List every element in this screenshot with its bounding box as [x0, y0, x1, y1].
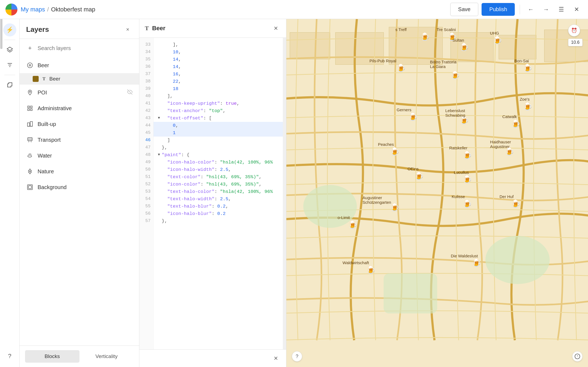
- map-area[interactable]: 🍺 s Treff 🍺 Tre Scalini 🍺 Sultan 🍺 UHG 🍺…: [286, 19, 588, 367]
- line-numbers: 33 34 35 36 37 38 39 40 41 42 43 44 45 4…: [139, 38, 154, 349]
- code-line-56: "icon-halo-blur": 0.2: [154, 210, 283, 217]
- line-num-37: 37: [139, 70, 153, 78]
- marker-haidhauser[interactable]: 🍺: [505, 147, 514, 156]
- svg-rect-13: [30, 122, 32, 126]
- layers-panel-title: Layers: [26, 25, 49, 34]
- builtup-layer-icon: [26, 120, 34, 128]
- marker-catwalk[interactable]: 🍺: [511, 119, 520, 128]
- marker-tre-scalini[interactable]: 🍺: [448, 32, 457, 41]
- code-line-37: 16,: [154, 70, 283, 78]
- line-num-52: 52: [139, 181, 153, 188]
- forward-button[interactable]: →: [540, 4, 552, 16]
- label-o-limit: o-Limit: [338, 215, 350, 220]
- svg-rect-8: [28, 106, 29, 108]
- menu-button[interactable]: ☰: [555, 4, 567, 16]
- layer-item-beer[interactable]: Beer: [20, 57, 139, 73]
- layer-item-poi[interactable]: POI: [20, 85, 139, 100]
- line-num-47: 47: [139, 144, 153, 151]
- marker-peaches[interactable]: 🍺: [390, 147, 400, 156]
- code-line-36: 14,: [154, 63, 283, 70]
- search-layers-input[interactable]: [38, 45, 134, 51]
- marker-lebenslust[interactable]: 🍺: [460, 115, 469, 124]
- marker-kulisse[interactable]: 🍺: [463, 199, 472, 208]
- background-layer-icon: [26, 183, 34, 191]
- marker-waldeslust[interactable]: 🍺: [472, 258, 481, 267]
- rail-filter-icon[interactable]: [3, 58, 16, 72]
- layer-item-water[interactable]: Water: [20, 148, 139, 164]
- close-button[interactable]: ✕: [571, 4, 583, 16]
- layer-item-transport[interactable]: Transport: [20, 132, 139, 148]
- breadcrumb-link[interactable]: My maps: [21, 6, 45, 13]
- transport-layer-name: Transport: [38, 137, 133, 143]
- svg-point-4: [27, 63, 32, 68]
- add-layer-button[interactable]: +: [25, 43, 35, 53]
- marker-sultan[interactable]: 🍺: [460, 42, 469, 51]
- marker-pils-pub[interactable]: 🍺: [396, 63, 406, 72]
- marker-zoes[interactable]: 🍺: [523, 101, 532, 110]
- marker-augustiner[interactable]: 🍺: [390, 202, 400, 211]
- code-line-39: 18: [154, 85, 283, 92]
- beer-sublayer-item[interactable]: T Beer: [20, 73, 139, 85]
- rail-flash-icon[interactable]: ⚡: [3, 23, 16, 36]
- label-s-treff: s Treff: [395, 27, 406, 32]
- marker-s-treff[interactable]: 🍺: [420, 32, 430, 41]
- marker-lucullus[interactable]: 🍺: [463, 175, 472, 184]
- editor-footer-close[interactable]: ✕: [271, 353, 281, 363]
- layer-item-nature[interactable]: Nature: [20, 164, 139, 179]
- editor-body: 33 34 35 36 37 38 39 40 41 42 43 44 45 4…: [139, 38, 286, 349]
- label-peaches: Peaches: [378, 142, 394, 147]
- poi-visibility-icon[interactable]: [127, 89, 133, 96]
- rail-divider-1: [4, 40, 15, 40]
- line-num-46: 46: [139, 137, 153, 144]
- map-clock-button[interactable]: ⏰: [568, 24, 580, 36]
- administrative-layer-icon: [26, 104, 34, 112]
- map-markers: 🍺 s Treff 🍺 Tre Scalini 🍺 Sultan 🍺 UHG 🍺…: [286, 19, 588, 367]
- editor-header: T Beer ✕: [139, 19, 286, 38]
- editor-panel: T Beer ✕ 33 34 35 36 37 38 39 40 41 42 4…: [139, 19, 286, 367]
- marker-o-limit[interactable]: 🍺: [348, 220, 357, 229]
- label-kulisse: Kulisse: [452, 194, 465, 199]
- marker-waldwirtschaft[interactable]: 🍺: [366, 265, 376, 274]
- layer-item-administrative[interactable]: Administrative: [20, 100, 139, 116]
- editor-close-button[interactable]: ✕: [271, 23, 281, 33]
- map-info-button[interactable]: [572, 351, 583, 362]
- verticality-tab[interactable]: Verticality: [79, 350, 134, 363]
- line-num-44: 44: [139, 122, 153, 129]
- rail-puzzle-icon[interactable]: [3, 78, 16, 91]
- marker-bon-sai[interactable]: 🍺: [523, 63, 532, 72]
- publish-button[interactable]: Publish: [482, 3, 515, 16]
- layer-item-background[interactable]: Background: [20, 179, 139, 195]
- marker-uhg[interactable]: 🍺: [493, 35, 502, 44]
- save-button[interactable]: Save: [450, 3, 479, 16]
- marker-bistro[interactable]: 🍺: [451, 70, 460, 79]
- label-waldwirtschaft: Waldwirtschaft: [342, 260, 369, 265]
- code-line-35: 14,: [154, 56, 283, 63]
- icon-rail: ⚡ ?: [0, 19, 20, 367]
- label-waldeslust: Die Waldeslust: [451, 253, 478, 258]
- rail-help-icon[interactable]: ?: [3, 350, 16, 363]
- marker-oeins[interactable]: 🍺: [414, 171, 424, 180]
- marker-gerners[interactable]: 🍺: [408, 112, 418, 121]
- back-button[interactable]: ←: [525, 4, 537, 16]
- line-num-35: 35: [139, 56, 153, 63]
- marker-ratskeller[interactable]: 🍺: [463, 150, 472, 159]
- topbar: My maps / Oktoberfest map Save Publish ←…: [0, 0, 588, 19]
- rail-layers-icon[interactable]: [3, 43, 16, 56]
- line-num-50: 50: [139, 166, 153, 173]
- label-uhg: UHG: [490, 31, 499, 35]
- label-pils-pub: Pils-Pub Royal: [369, 58, 396, 63]
- code-content[interactable]: ], 10, 14, 14, 16, 22, 18 ], "icon-keep-…: [154, 38, 283, 349]
- code-line-33: ],: [154, 41, 283, 48]
- beer-layer-icon: [26, 61, 34, 69]
- label-der-huf: Der Huf: [500, 194, 514, 199]
- layers-panel-close[interactable]: ×: [123, 24, 133, 34]
- blocks-tab[interactable]: Blocks: [25, 350, 79, 363]
- map-help-button[interactable]: ?: [292, 351, 302, 362]
- label-oeins: OEins: [408, 166, 419, 171]
- builtup-layer-name: Built-up: [38, 121, 133, 127]
- topbar-actions: Save Publish ← → ☰ ✕: [450, 3, 583, 16]
- map-controls: ⏰ 10.6: [568, 24, 583, 46]
- editor-scrollbar[interactable]: [283, 38, 286, 349]
- marker-der-huf[interactable]: 🍺: [511, 199, 520, 208]
- layer-item-builtup[interactable]: Built-up: [20, 116, 139, 132]
